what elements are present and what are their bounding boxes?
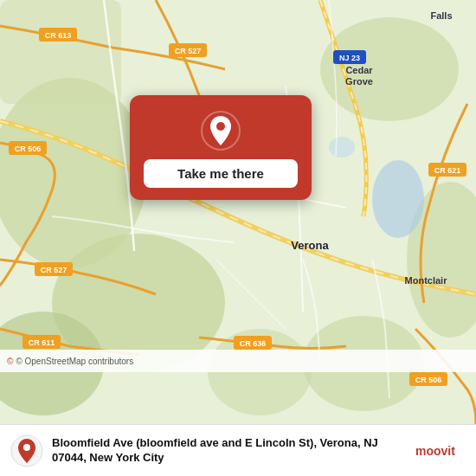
svg-text:Cedar: Cedar <box>345 65 373 75</box>
svg-point-37 <box>23 444 30 451</box>
svg-text:CR 611: CR 611 <box>29 338 55 347</box>
svg-text:CR 506: CR 506 <box>15 145 42 153</box>
map-container[interactable]: CR 613 NJ 23 CR 527 CR 506 CR 621 Cedar … <box>0 0 476 424</box>
svg-text:Falls: Falls <box>430 10 452 21</box>
svg-point-35 <box>216 122 225 131</box>
svg-text:Verona: Verona <box>291 239 329 252</box>
moovit-pin-icon <box>10 434 43 467</box>
moovit-wordmark: moovit <box>415 441 466 460</box>
svg-text:Montclair: Montclair <box>405 275 448 286</box>
popup-card: Take me there <box>130 95 312 200</box>
svg-text:CR 527: CR 527 <box>175 47 202 55</box>
take-me-there-button[interactable]: Take me there <box>144 159 298 188</box>
attribution-text: © OpenStreetMap contributors <box>16 357 133 366</box>
svg-text:CR 636: CR 636 <box>240 339 267 348</box>
svg-text:CR 527: CR 527 <box>41 266 68 274</box>
address-text: Bloomfield Ave (bloomfield ave and E Lin… <box>52 436 407 466</box>
svg-point-10 <box>329 137 355 158</box>
svg-text:CR 506: CR 506 <box>415 376 442 384</box>
osm-logo: © <box>7 357 13 366</box>
bottom-bar: Bloomfield Ave (bloomfield ave and E Lin… <box>0 424 476 476</box>
svg-text:Grove: Grove <box>345 76 373 87</box>
svg-text:NJ 23: NJ 23 <box>339 54 360 62</box>
moovit-logo: moovit <box>415 441 466 460</box>
svg-point-9 <box>372 160 424 238</box>
svg-text:CR 613: CR 613 <box>45 31 72 40</box>
svg-rect-8 <box>0 0 121 104</box>
svg-text:CR 621: CR 621 <box>434 166 461 175</box>
svg-text:moovit: moovit <box>415 444 455 458</box>
attribution-bar: © © OpenStreetMap contributors <box>0 350 476 372</box>
bottom-text-area: Bloomfield Ave (bloomfield ave and E Lin… <box>52 436 407 466</box>
location-pin-icon <box>201 111 241 151</box>
svg-point-4 <box>320 17 459 121</box>
